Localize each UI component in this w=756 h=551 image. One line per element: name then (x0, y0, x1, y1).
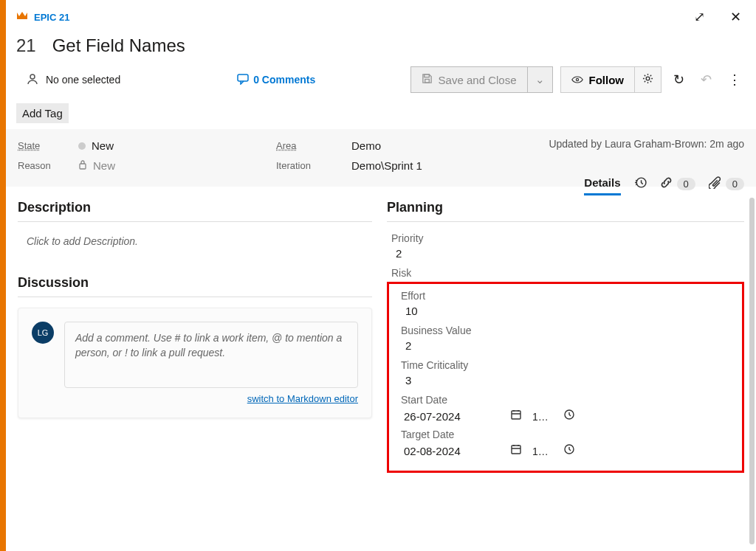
reason-label: Reason (18, 160, 62, 171)
svg-rect-8 (512, 411, 520, 419)
state-label: State (18, 140, 62, 151)
svg-rect-3 (425, 79, 429, 83)
comment-input[interactable]: Add a comment. Use # to link a work item… (64, 322, 358, 388)
effort-value[interactable]: 10 (405, 305, 735, 317)
save-dropdown: ⌄ (528, 66, 553, 93)
state-value[interactable]: New (92, 139, 114, 152)
risk-label: Risk (391, 267, 744, 279)
discussion-heading: Discussion (18, 275, 372, 291)
area-value[interactable]: Demo (351, 139, 381, 152)
business-value-label: Business Value (401, 325, 735, 336)
add-tag-button[interactable]: Add Tag (16, 103, 69, 123)
calendar-icon[interactable] (510, 409, 522, 424)
state-dot-icon (78, 142, 86, 150)
svg-rect-2 (424, 74, 429, 77)
divider (18, 297, 372, 297)
assignee-picker[interactable]: No one selected (27, 73, 120, 87)
highlighted-box: Effort 10 Business Value 2 Time Critical… (387, 282, 744, 473)
time-criticality-label: Time Criticality (401, 359, 735, 371)
target-date-label: Target Date (401, 429, 735, 440)
close-icon[interactable]: ✕ (726, 4, 746, 30)
discussion-card: LG Add a comment. Use # to link a work i… (18, 308, 372, 418)
comments-link[interactable]: 0 Comments (237, 73, 315, 87)
description-field[interactable]: Click to add Description. (18, 232, 372, 250)
scrollbar[interactable] (749, 198, 755, 544)
svg-rect-10 (512, 446, 520, 454)
business-value-value[interactable]: 2 (405, 339, 735, 352)
epic-crown-icon (16, 10, 28, 24)
iteration-value[interactable]: Demo\Sprint 1 (351, 159, 422, 172)
start-date-label: Start Date (401, 394, 735, 406)
priority-value[interactable]: 2 (396, 247, 744, 260)
assignee-label: No one selected (46, 74, 120, 86)
chevron-down-icon: ⌄ (535, 73, 545, 86)
svg-point-5 (646, 77, 650, 80)
clock-icon[interactable] (563, 443, 575, 459)
gear-icon (642, 73, 653, 86)
expand-icon[interactable]: ⤢ (690, 4, 709, 30)
comment-icon (237, 73, 249, 87)
description-heading: Description (18, 200, 372, 215)
calendar-icon[interactable] (510, 443, 522, 459)
undo-icon: ↶ (696, 67, 716, 92)
person-icon (27, 73, 38, 87)
target-date-value[interactable]: 02-08-2024 (404, 445, 500, 457)
save-and-close-button: Save and Close (410, 66, 528, 93)
save-icon (422, 73, 433, 86)
work-item-title[interactable]: Get Field Names (52, 35, 185, 56)
start-date-value[interactable]: 26-07-2024 (404, 410, 500, 423)
planning-heading: Planning (387, 200, 744, 215)
follow-button[interactable]: Follow (560, 66, 636, 93)
avatar: LG (32, 322, 54, 344)
svg-rect-6 (80, 164, 86, 169)
divider (18, 221, 372, 222)
iteration-label: Iteration (276, 160, 335, 171)
time-criticality-value[interactable]: 3 (405, 374, 735, 387)
follow-icon (571, 74, 583, 86)
reason-value: New (93, 159, 115, 172)
follow-settings-button[interactable] (635, 66, 662, 93)
type-color-bar (0, 0, 6, 551)
clock-icon[interactable] (563, 409, 575, 424)
lock-icon (78, 159, 87, 172)
priority-label: Priority (391, 232, 744, 244)
svg-point-0 (30, 74, 35, 79)
more-actions-icon[interactable]: ⋮ (724, 67, 746, 92)
svg-point-4 (576, 78, 578, 80)
work-item-id: 21 (16, 35, 36, 56)
effort-label: Effort (401, 290, 735, 302)
switch-markdown-link[interactable]: switch to Markdown editor (247, 393, 358, 404)
work-item-type-link[interactable]: EPIC 21 (34, 12, 69, 23)
area-label: Area (276, 140, 335, 151)
start-time-value[interactable]: 1… (532, 411, 553, 423)
updated-text: Updated by Laura Graham-Brown: 2m ago (549, 138, 744, 150)
target-time-value[interactable]: 1… (532, 446, 553, 457)
divider (387, 221, 744, 222)
refresh-icon[interactable]: ↻ (669, 67, 689, 92)
svg-rect-1 (238, 74, 248, 81)
